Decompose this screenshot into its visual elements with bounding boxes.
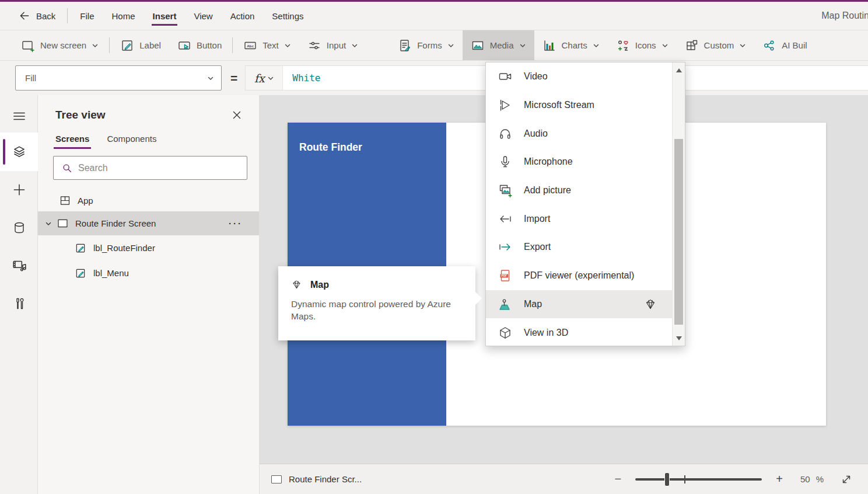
- menu-item-microphone[interactable]: Microphone: [486, 148, 672, 176]
- tooltip-beak: [475, 292, 482, 305]
- custom-button[interactable]: Custom: [677, 30, 755, 60]
- zoom-in-button[interactable]: +: [772, 472, 786, 486]
- menu-action[interactable]: Action: [222, 2, 264, 30]
- zoom-slider-tick: [684, 475, 685, 483]
- media-library-icon: [12, 258, 27, 273]
- input-button[interactable]: Input: [299, 30, 366, 60]
- media-dropdown-menu: Video Microsoft Stream Audio Microphone …: [485, 62, 685, 346]
- button-icon: [177, 39, 191, 53]
- button-button[interactable]: Button: [169, 30, 230, 60]
- menu-item-import[interactable]: Import: [486, 204, 672, 233]
- app-title: Map Routin: [821, 2, 868, 30]
- screen-options-button[interactable]: ···: [229, 218, 243, 228]
- property-name: Fill: [25, 73, 36, 83]
- menu-item-label: Export: [524, 242, 551, 252]
- scroll-down-icon: [676, 336, 682, 340]
- advanced-tools-button[interactable]: [0, 290, 38, 318]
- premium-diamond-icon: [291, 279, 302, 290]
- premium-diamond-icon: [644, 298, 657, 311]
- button-label: Button: [197, 40, 222, 50]
- hamburger-button[interactable]: [0, 102, 38, 130]
- label-button[interactable]: Label: [112, 30, 169, 60]
- app-item-label: App: [78, 196, 93, 206]
- chevron-down-icon: [662, 42, 668, 49]
- tree-view-button[interactable]: [0, 138, 38, 166]
- zoom-slider-thumb[interactable]: [664, 472, 670, 486]
- data-rail-button[interactable]: [0, 214, 38, 242]
- close-panel-button[interactable]: [230, 108, 244, 122]
- menu-item-view-in-3d[interactable]: View in 3D: [486, 318, 672, 347]
- back-button[interactable]: Back: [0, 2, 64, 30]
- property-dropdown[interactable]: Fill: [15, 65, 222, 91]
- pdf-icon: PDF: [498, 269, 512, 283]
- media-icon: [471, 39, 485, 53]
- zoom-out-button[interactable]: −: [611, 472, 625, 486]
- search-box[interactable]: [53, 156, 247, 180]
- media-button[interactable]: Media: [463, 30, 534, 60]
- zoom-slider-track: [635, 478, 762, 481]
- tools-icon: [12, 297, 26, 311]
- tree-item-screen[interactable]: Route Finder Screen ···: [38, 211, 259, 235]
- add-picture-icon: [498, 183, 512, 197]
- fit-to-window-icon[interactable]: [840, 473, 853, 486]
- menu-item-microsoft-stream[interactable]: Microsoft Stream: [486, 91, 672, 120]
- menu-item-export[interactable]: Export: [486, 233, 672, 262]
- search-input[interactable]: [78, 163, 241, 173]
- icons-button[interactable]: Icons: [608, 30, 677, 60]
- tree-view-panel: Tree view Screens Components App Route F…: [38, 95, 260, 494]
- charts-button[interactable]: Charts: [534, 30, 608, 60]
- charts-icon: [542, 39, 556, 53]
- equals-sign: =: [230, 71, 237, 85]
- zoom-controls: − + 50 %: [611, 472, 853, 486]
- new-screen-button[interactable]: New screen: [13, 30, 107, 60]
- video-icon: [498, 69, 512, 84]
- text-button[interactable]: Abc Text: [235, 30, 299, 60]
- insert-ribbon: New screen Label Button Abc Text Input F…: [0, 30, 868, 61]
- scroll-up-button[interactable]: [673, 64, 685, 76]
- menu-item-add-picture[interactable]: Add picture: [486, 176, 672, 205]
- map-tooltip: Map Dynamic map control powered by Azure…: [278, 266, 475, 340]
- menu-insert[interactable]: Insert: [144, 2, 186, 30]
- menu-item-map[interactable]: Map: [486, 290, 672, 319]
- menu-file[interactable]: File: [71, 2, 103, 30]
- fx-dropdown[interactable]: fx: [246, 66, 283, 90]
- tree-view-icon: [12, 144, 27, 159]
- stream-icon: [498, 98, 512, 112]
- scroll-down-button[interactable]: [673, 332, 685, 345]
- zoom-value: 50: [800, 474, 810, 484]
- scrollbar-thumb[interactable]: [674, 139, 683, 325]
- plus-icon: [12, 182, 27, 197]
- zoom-slider[interactable]: [635, 472, 762, 486]
- icons-icon: [616, 39, 630, 53]
- menu-view[interactable]: View: [185, 2, 221, 30]
- dropdown-scrollbar[interactable]: [672, 62, 685, 346]
- insert-rail-button[interactable]: [0, 176, 38, 204]
- ai-builder-button[interactable]: AI Buil: [754, 30, 815, 60]
- menu-settings[interactable]: Settings: [263, 2, 312, 30]
- tree-item-lbl-menu[interactable]: lbl_Menu: [38, 260, 259, 286]
- new-screen-icon: [21, 39, 35, 53]
- menu-item-label: Import: [524, 214, 550, 224]
- label-label: Label: [139, 40, 161, 50]
- forms-button[interactable]: Forms: [390, 30, 463, 60]
- menu-item-audio[interactable]: Audio: [486, 119, 672, 148]
- zoom-unit: %: [816, 474, 824, 484]
- scroll-up-icon: [676, 68, 682, 72]
- chevron-down-icon: [207, 75, 214, 82]
- tree-item-lbl-routefinder[interactable]: lbl_RouteFinder: [38, 235, 259, 260]
- left-rail: [0, 95, 38, 494]
- menu-item-pdf-viewer[interactable]: PDF PDF viewer (experimental): [486, 262, 672, 290]
- current-screen-name: Route Finder Scr...: [289, 474, 362, 484]
- media-rail-button[interactable]: [0, 252, 38, 280]
- app-icon: [59, 194, 71, 207]
- tab-components[interactable]: Components: [107, 134, 156, 149]
- status-bar: Route Finder Scr... − + 50 %: [260, 464, 868, 494]
- menu-home[interactable]: Home: [103, 2, 144, 30]
- back-label: Back: [36, 11, 55, 21]
- current-screen-selector[interactable]: Route Finder Scr...: [271, 474, 362, 484]
- tab-screens[interactable]: Screens: [55, 134, 89, 149]
- media-label: Media: [490, 40, 514, 50]
- menu-item-video[interactable]: Video: [486, 62, 672, 91]
- chevron-down-icon: [351, 42, 358, 49]
- svg-text:PDF: PDF: [502, 274, 507, 277]
